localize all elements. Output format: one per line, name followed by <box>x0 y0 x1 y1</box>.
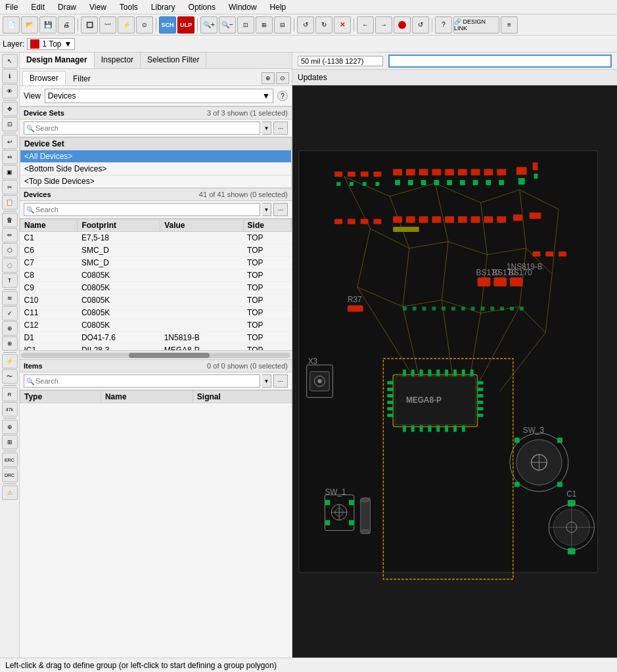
text-tool[interactable]: T <box>2 273 18 288</box>
tab-selection-filter[interactable]: Selection Filter <box>141 53 206 68</box>
device-sets-search-more[interactable]: ··· <box>273 122 288 135</box>
items-search-arrow[interactable]: ▼ <box>262 374 271 388</box>
move-tool[interactable]: ✥ <box>2 102 18 116</box>
signal-tool[interactable]: ⚡ <box>2 354 18 369</box>
items-search-wrapper[interactable]: 🔍 <box>24 374 260 388</box>
forward-button[interactable]: → <box>375 16 392 34</box>
new-button[interactable]: 📄 <box>3 16 20 34</box>
poly-tool[interactable]: ⬡ <box>2 243 18 258</box>
info-tool[interactable]: ℹ <box>2 69 18 83</box>
devices-search-input[interactable] <box>35 206 258 213</box>
pcb-canvas[interactable]: BS170 BS170 BS170 <box>292 85 617 658</box>
via-btn[interactable]: ⊙ <box>136 16 153 34</box>
save-button[interactable]: 💾 <box>39 16 57 34</box>
device-row[interactable]: D1DO41-7.61N5819-BTOP <box>20 332 292 344</box>
script-button[interactable]: ✕ <box>334 16 351 34</box>
paste-tool[interactable]: 📋 <box>2 195 18 210</box>
tab-inspector[interactable]: Inspector <box>95 53 141 68</box>
svg-rect-109 <box>462 370 465 376</box>
menu-options[interactable]: Options <box>186 3 218 12</box>
route-btn[interactable]: ⚡ <box>118 16 135 34</box>
devices-h-scrollbar[interactable] <box>21 353 290 358</box>
zoom-prev-button[interactable]: ⊟ <box>274 16 291 34</box>
menu-window[interactable]: Window <box>226 3 260 12</box>
device-sets-search-input[interactable] <box>35 124 258 132</box>
menu-library[interactable]: Library <box>149 3 178 12</box>
mirror-tool[interactable]: ⇔ <box>2 150 18 164</box>
select-tool[interactable]: ↖ <box>2 54 18 68</box>
device-row[interactable]: C12C0805KTOP <box>20 319 292 332</box>
device-row[interactable]: C11C0805KTOP <box>20 307 292 319</box>
design-link-button[interactable]: 🔗 DESIGN LINK <box>453 16 499 34</box>
origin-tool[interactable]: ⊕ <box>2 420 18 434</box>
menu-help[interactable]: Help <box>267 3 289 12</box>
sub-tab-icon-settings[interactable]: ⊙ <box>276 72 289 84</box>
canvas-content[interactable]: BS170 BS170 BS170 <box>292 85 617 658</box>
menu-draw[interactable]: Draw <box>55 3 79 12</box>
redo-button[interactable]: ↻ <box>315 16 332 34</box>
menu-expand-button[interactable]: ≡ <box>501 16 518 34</box>
eye-tool[interactable]: 👁 <box>2 84 18 99</box>
arc-tool[interactable]: ◌ <box>2 258 18 273</box>
via-place-tool[interactable]: ⊗ <box>2 336 18 351</box>
device-set-row[interactable]: <All Devices> <box>20 150 292 163</box>
device-row[interactable]: C9C0805KTOP <box>20 282 292 294</box>
items-search-input[interactable] <box>35 377 258 385</box>
erc-tool[interactable]: ERC <box>2 453 18 467</box>
print-button[interactable]: 🖨 <box>58 16 75 34</box>
coord-tool[interactable]: ⊞ <box>2 435 18 449</box>
cut-tool[interactable]: ✂ <box>2 180 18 194</box>
route-tool[interactable]: ⊡ <box>2 117 18 131</box>
drc2-tool[interactable]: DRC <box>2 468 18 482</box>
command-input[interactable] <box>388 55 612 68</box>
ulp-button[interactable]: ULP <box>177 16 194 34</box>
tab-design-manager[interactable]: Design Manager <box>20 53 95 68</box>
zoom-in-button[interactable]: 🔍+ <box>200 16 217 34</box>
wire-draw-tool[interactable]: ✏ <box>2 228 18 242</box>
pad-tool[interactable]: ⊕ <box>2 321 18 336</box>
drc-tool[interactable]: ✓ <box>2 306 18 321</box>
undo-button[interactable]: ↺ <box>297 16 314 34</box>
menu-file[interactable]: File <box>3 3 20 12</box>
sub-tab-browser[interactable]: Browser <box>22 71 66 85</box>
group-tool[interactable]: ▣ <box>2 165 18 179</box>
device-set-row[interactable]: <Top Side Devices> <box>20 175 292 188</box>
wire-btn[interactable]: 〰 <box>99 16 116 34</box>
sch-button[interactable]: SCH <box>159 16 176 34</box>
view-help-button[interactable]: ? <box>277 91 288 101</box>
device-row[interactable]: IC1DIL28-3MEGA8-PTOP <box>20 344 292 351</box>
netlist-tool[interactable]: ≋ <box>2 291 18 305</box>
sub-tab-icon-locate[interactable]: ⊕ <box>262 72 275 84</box>
layer-select[interactable]: 1 Top ▼ <box>27 38 75 50</box>
wave-tool[interactable]: 〜 <box>2 369 18 384</box>
component-btn[interactable]: 🔲 <box>81 16 98 34</box>
view-select[interactable]: Devices ▼ <box>45 89 273 103</box>
menu-edit[interactable]: Edit <box>28 3 47 12</box>
zoom-fit-button[interactable]: ⊡ <box>237 16 254 34</box>
devices-search-wrapper[interactable]: 🔍 <box>24 203 260 216</box>
open-button[interactable]: 📂 <box>21 16 38 34</box>
sub-tab-filter[interactable]: Filter <box>66 72 98 85</box>
device-sets-section: Device Sets 3 of 3 shown (1 selected) 🔍 … <box>20 106 292 188</box>
device-row[interactable]: C10C0805KTOP <box>20 294 292 307</box>
device-row[interactable]: C6SMC_DTOP <box>20 244 292 257</box>
device-sets-search-wrapper[interactable]: 🔍 <box>24 122 260 135</box>
menu-tools[interactable]: Tools <box>117 3 141 12</box>
device-row[interactable]: C8C0805KTOP <box>20 269 292 282</box>
help-button[interactable]: ? <box>435 16 452 34</box>
rotate-tool[interactable]: ↩ <box>2 135 18 149</box>
zoom-sel-button[interactable]: ⊞ <box>256 16 273 34</box>
back-button[interactable]: ← <box>357 16 374 34</box>
reload-button[interactable]: ↺ <box>412 16 429 34</box>
menu-view[interactable]: View <box>87 3 109 12</box>
stop-button[interactable] <box>394 16 411 34</box>
device-row[interactable]: C7SMC_DTOP <box>20 257 292 269</box>
device-row[interactable]: C1E7,5-18TOP <box>20 232 292 244</box>
device-set-row[interactable]: <Bottom Side Devices> <box>20 163 292 175</box>
items-search-more[interactable]: ··· <box>273 374 288 388</box>
devices-search-arrow[interactable]: ▼ <box>262 203 271 216</box>
device-sets-search-arrow[interactable]: ▼ <box>262 122 271 135</box>
devices-search-more[interactable]: ··· <box>273 203 288 216</box>
delete-tool[interactable]: 🗑 <box>2 213 18 227</box>
zoom-out-button[interactable]: 🔍− <box>219 16 236 34</box>
